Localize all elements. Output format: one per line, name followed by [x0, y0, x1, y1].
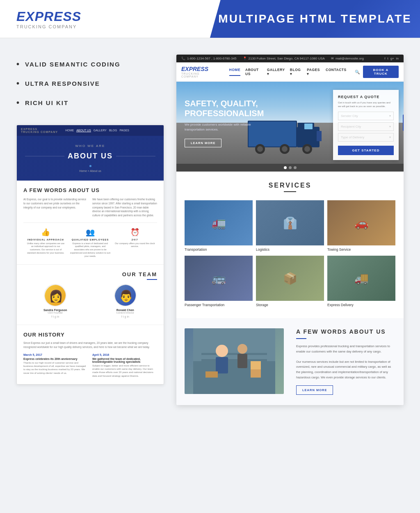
icon-desc: Express is a team of dedicated and quali…: [70, 242, 111, 258]
social-fb[interactable]: f: [121, 315, 122, 318]
service-label: Logistics: [256, 245, 324, 252]
member-name: Ronald Chen: [94, 309, 158, 311]
site-nav-link[interactable]: GALLERY ▾: [267, 68, 285, 76]
service-img: 🚛: [185, 200, 253, 245]
member-role: CEO Founder: [23, 311, 87, 314]
main-content: VALID SEMANTIC CODINGULTRA RESPONSIVERIC…: [0, 38, 420, 421]
about-nav-link[interactable]: GALLERY: [94, 129, 107, 132]
history-title: OUR HISTORY: [23, 332, 157, 338]
site-nav-link[interactable]: CONTACTS: [326, 68, 347, 76]
team-member: 👩 Sandra Ferguson CEO Founder f t g in: [23, 284, 87, 318]
about-nav-link[interactable]: ABOUT US: [76, 129, 91, 132]
twitter-icon: t: [387, 57, 388, 60]
about-icon-item: 👍 INDIVIDUAL APPROACH Unlike many other …: [23, 228, 68, 258]
site-nav-links: HOMEABOUT USGALLERY ▾BLOG ▾PAGES ▾CONTAC…: [229, 68, 347, 76]
sender-city-input[interactable]: Sender City ▾: [338, 112, 394, 120]
team-section: OUR TEAM 👩 Sandra Ferguson CEO Founder f…: [17, 264, 164, 325]
phone-item: 📞 1-800-1234-567 , 1-800-6780-345: [181, 57, 237, 60]
svg-rect-23: [251, 361, 261, 369]
social-fb[interactable]: f: [51, 315, 52, 318]
history-date: March 5, 2017: [23, 353, 88, 356]
get-started-button[interactable]: GET STARTED: [338, 146, 394, 155]
service-img: 🚌: [185, 256, 253, 301]
social-icons: f t g+ in: [384, 57, 399, 60]
logo-express: EXPRESS: [16, 9, 210, 24]
delivery-type-input[interactable]: Type of Delivery ▾: [338, 133, 394, 142]
facebook-icon: f: [384, 57, 385, 60]
social-gp[interactable]: g: [125, 315, 126, 318]
service-img: 📦: [256, 256, 324, 301]
member-role: Content Director: [94, 311, 158, 314]
about-nav-link[interactable]: BLOG: [109, 129, 117, 132]
book-truck-button[interactable]: BOOK A TRUCK: [363, 66, 399, 78]
logo-sub: TRUCKING COMPANY: [16, 24, 210, 29]
icon-desc: Unlike many other companies we use an in…: [25, 242, 66, 255]
history-date: April 5, 2016: [92, 353, 157, 356]
about-text-2: Our numerous services include but are no…: [296, 360, 395, 380]
quote-title: REQUEST A QUOTE: [338, 95, 394, 99]
site-topbar: 📞 1-800-1234-567 , 1-800-6780-345 📍 2130…: [176, 55, 404, 62]
history-intro: Since Express our just a small team of d…: [23, 341, 157, 349]
site-nav-link[interactable]: PAGES ▾: [307, 68, 321, 76]
about-body: A FEW WORDS ABOUT US At Express, our goa…: [17, 181, 164, 264]
service-label: Transportation: [185, 245, 253, 252]
address-item: 📍 2130 Fulton Street, San Diego, CA 9411…: [243, 57, 325, 60]
hero-dot-3[interactable]: [294, 166, 297, 169]
recipient-city-input[interactable]: Recipient City ▾: [338, 122, 394, 131]
service-img: 👔: [256, 200, 324, 245]
team-social: f t g in: [94, 315, 158, 318]
hero-dot-active[interactable]: [284, 166, 287, 169]
about-nav-link[interactable]: PAGES: [119, 129, 129, 132]
phone-numbers: 1-800-1234-567 , 1-800-6780-345: [187, 57, 237, 60]
address-icon: 📍: [243, 57, 247, 60]
about-learn-more-button[interactable]: LEARN MORE: [296, 385, 333, 395]
about-img-box: [185, 328, 284, 395]
about-section: A FEW WORDS ABOUT US Express provides pr…: [176, 318, 404, 405]
svg-rect-19: [216, 357, 228, 373]
history-item: March 5, 2017 Express celebrates its 20t…: [23, 353, 88, 378]
service-label: Storage: [256, 301, 324, 308]
icon-shape: 👍: [25, 228, 66, 237]
service-img: 🚚: [327, 256, 395, 301]
about-text-1: Express provides professional trucking a…: [296, 344, 395, 355]
about-nav-link[interactable]: HOME: [65, 129, 74, 132]
page-header: EXPRESS TRUCKING COMPANY MULTIPAGE HTML …: [0, 0, 420, 38]
team-social: f t g in: [23, 315, 87, 318]
who-label: WHO WE ARE: [25, 144, 155, 148]
team-title: OUR TEAM: [23, 271, 157, 277]
icon-label: INDIVIDUAL APPROACH: [25, 238, 66, 241]
site-hero: SAFETY, QUALITY,PROFESSIONALISM We provi…: [176, 82, 404, 164]
service-icon: 🚛: [185, 200, 253, 245]
history-desc: Thanks to our high record of customer se…: [23, 361, 88, 375]
nav-logo: EXPRESS TRUCKING COMPANY: [181, 66, 215, 78]
social-in[interactable]: in: [57, 315, 59, 318]
service-item: 🚗 Towing Service: [327, 200, 395, 252]
history-item: April 5, 2016 We gathered the team of de…: [92, 353, 157, 378]
learn-more-button[interactable]: LEARN MORE: [185, 139, 221, 147]
history-desc: Subject in bigger, better and more effic…: [92, 364, 157, 378]
services-divider: [284, 191, 296, 192]
hero-dot-2[interactable]: [289, 166, 292, 169]
services-section: SERVICES 🚛 Transportation 👔 Logistics 🚗 …: [176, 172, 404, 318]
social-gp[interactable]: g: [55, 315, 56, 318]
icon-shape: ⏰: [114, 228, 155, 237]
social-tw[interactable]: t: [123, 315, 124, 318]
svg-point-10: [304, 146, 310, 152]
svg-rect-24: [205, 371, 218, 378]
search-icon[interactable]: 🔍: [355, 70, 360, 74]
site-nav-right: 🔍 BOOK A TRUCK: [355, 66, 399, 78]
service-label: Passenger Transportation: [185, 301, 253, 308]
service-icon: 📦: [256, 256, 324, 301]
svg-rect-22: [251, 369, 261, 378]
social-tw[interactable]: t: [53, 315, 54, 318]
site-nav-link[interactable]: BLOG ▾: [290, 68, 302, 76]
hero-title: SAFETY, QUALITY,PROFESSIONALISM: [185, 98, 258, 118]
site-nav-link[interactable]: HOME: [229, 68, 241, 76]
header-title: MULTIPAGE HTML TEMPLATE: [218, 12, 412, 25]
site-nav-link[interactable]: ABOUT US: [245, 68, 262, 76]
about-section-divider: [296, 338, 306, 339]
social-in[interactable]: in: [127, 315, 129, 318]
service-label: Towing Service: [327, 245, 395, 252]
about-hero-title: ABOUT US: [68, 152, 113, 160]
about-icon-item: ⏰ 24/7 Our company offers you round the …: [112, 228, 157, 258]
